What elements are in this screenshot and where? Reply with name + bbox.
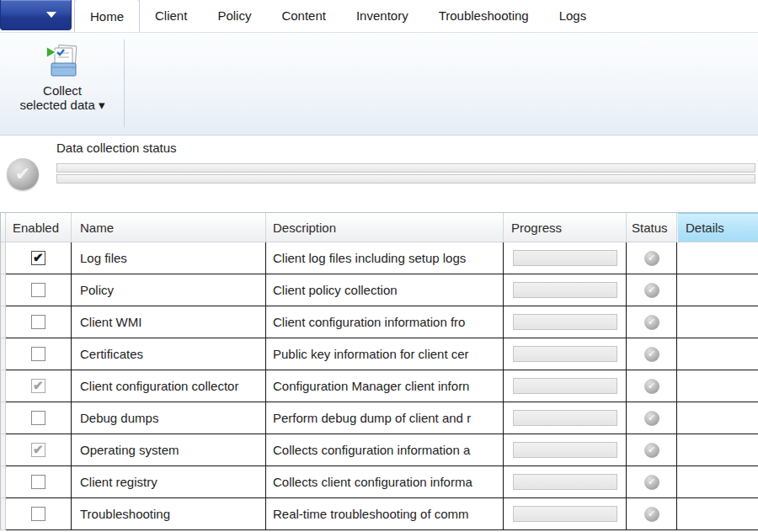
table-row[interactable]: Log files Client log files including set… <box>1 242 758 274</box>
row-status-icon <box>644 475 659 490</box>
row-status-icon <box>644 283 659 298</box>
row-progress-bar <box>513 442 617 458</box>
row-status-icon <box>644 443 659 458</box>
column-header-enabled[interactable]: Enabled <box>6 213 72 242</box>
table-row[interactable]: Debug dumps Perform debug dump of client… <box>1 402 758 434</box>
enabled-checkbox[interactable] <box>31 379 45 393</box>
row-name: Policy <box>72 274 266 306</box>
tab-content[interactable]: Content <box>266 0 341 32</box>
column-header-progress[interactable]: Progress <box>504 213 627 242</box>
row-status-icon <box>644 379 659 394</box>
row-name: Log files <box>72 242 266 274</box>
row-description: Client configuration information fro <box>266 306 504 338</box>
row-description: Public key information for client cer <box>266 338 504 370</box>
tab-troubleshooting[interactable]: Troubleshooting <box>424 0 544 32</box>
row-details <box>677 370 758 402</box>
row-progress-bar <box>513 250 617 266</box>
column-header-name[interactable]: Name <box>72 213 266 242</box>
data-collection-table: Enabled Name Description Progress Status… <box>0 212 758 530</box>
row-details <box>677 466 758 498</box>
row-name: Client registry <box>72 466 266 498</box>
table-row[interactable]: Certificates Public key information for … <box>1 338 758 370</box>
enabled-checkbox[interactable] <box>31 251 45 265</box>
row-details <box>677 242 758 274</box>
overall-progress-bar-2 <box>56 174 755 184</box>
row-name: Client WMI <box>72 306 266 338</box>
enabled-checkbox[interactable] <box>31 411 45 425</box>
row-status-icon <box>644 411 659 426</box>
column-header-status[interactable]: Status <box>627 213 677 242</box>
data-collection-status-panel: Data collection status <box>0 136 758 212</box>
application-menu-button[interactable] <box>0 0 72 30</box>
collect-data-icon <box>44 43 81 80</box>
ribbon-tab-bar: Home Client Policy Content Inventory Tro… <box>0 0 758 33</box>
row-status-icon <box>644 347 659 362</box>
client-data-collection-window: Home Client Policy Content Inventory Tro… <box>0 0 758 532</box>
row-progress-bar <box>513 346 617 362</box>
enabled-checkbox[interactable] <box>31 283 45 297</box>
chevron-down-icon <box>46 12 56 18</box>
column-header-details[interactable]: Details <box>677 213 758 242</box>
enabled-checkbox[interactable] <box>31 347 45 361</box>
enabled-checkbox[interactable] <box>31 315 45 329</box>
row-name: Operating system <box>72 434 266 466</box>
row-name: Certificates <box>72 338 266 370</box>
table-row[interactable]: Client WMI Client configuration informat… <box>1 306 758 338</box>
collect-selected-data-button[interactable]: Collect selected data ▾ <box>7 40 118 127</box>
overall-progress-bar-1 <box>56 163 755 173</box>
row-progress-bar <box>513 474 617 490</box>
row-name: Client configuration collector <box>72 370 266 402</box>
row-description: Collects configuration information a <box>266 434 504 466</box>
row-details <box>677 338 758 370</box>
row-name: Troubleshooting <box>72 498 266 530</box>
tab-inventory[interactable]: Inventory <box>341 0 424 32</box>
row-description: Collects client configuration informa <box>266 466 504 498</box>
row-status-icon <box>644 251 659 266</box>
row-progress-bar <box>513 410 617 426</box>
row-description: Client log files including setup logs <box>266 242 504 274</box>
tab-client[interactable]: Client <box>140 0 202 32</box>
row-details <box>677 434 758 466</box>
table-row[interactable]: Client configuration collector Configura… <box>1 370 758 402</box>
tab-home[interactable]: Home <box>74 0 140 32</box>
row-description: Client policy collection <box>266 274 504 306</box>
row-progress-bar <box>513 314 617 330</box>
tab-logs[interactable]: Logs <box>544 0 602 32</box>
table-row[interactable]: Troubleshooting Real-time troubleshootin… <box>1 498 758 530</box>
table-row[interactable]: Operating system Collects configuration … <box>1 434 758 466</box>
row-description: Configuration Manager client inforn <box>266 370 504 402</box>
status-panel-title: Data collection status <box>56 141 177 155</box>
row-details <box>677 498 758 530</box>
table-header-row: Enabled Name Description Progress Status… <box>1 213 758 242</box>
enabled-checkbox[interactable] <box>31 507 45 521</box>
row-progress-bar <box>513 282 617 298</box>
overall-status-check-icon <box>7 158 39 190</box>
enabled-checkbox[interactable] <box>31 475 45 489</box>
tab-strip: Home Client Policy Content Inventory Tro… <box>74 0 601 32</box>
row-description: Real-time troubleshooting of comm <box>266 498 504 530</box>
column-header-description[interactable]: Description <box>266 213 504 242</box>
row-details <box>677 274 758 306</box>
ribbon-panel: Collect selected data ▾ <box>0 33 758 136</box>
row-description: Perform debug dump of client and r <box>266 402 504 434</box>
row-details <box>677 402 758 434</box>
tab-policy[interactable]: Policy <box>202 0 266 32</box>
collect-button-label: Collect selected data ▾ <box>20 83 105 112</box>
ribbon-group-separator <box>124 40 125 127</box>
row-progress-bar <box>513 378 617 394</box>
row-progress-bar <box>513 506 617 522</box>
table-row[interactable]: Client registry Collects client configur… <box>1 466 758 498</box>
table-row[interactable]: Policy Client policy collection <box>1 274 758 306</box>
row-name: Debug dumps <box>72 402 266 434</box>
row-details <box>677 306 758 338</box>
row-status-icon <box>644 507 659 522</box>
row-status-icon <box>644 315 659 330</box>
enabled-checkbox[interactable] <box>31 443 45 457</box>
